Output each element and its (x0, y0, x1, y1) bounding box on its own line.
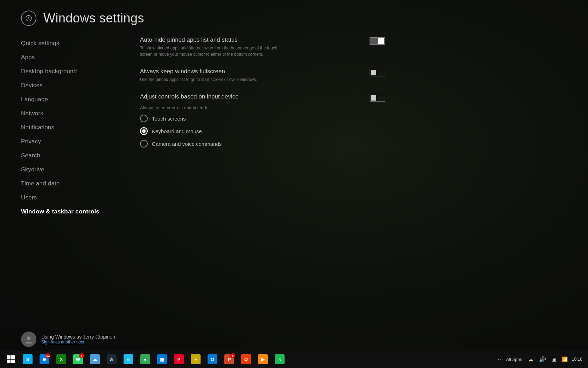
content-area: Quick settingsAppsDesktop backgroundDevi… (0, 33, 588, 368)
autohide-toggle-thumb (378, 38, 384, 44)
back-button[interactable] (21, 11, 36, 26)
all-apps-icon: ⋯ (498, 355, 504, 363)
radio-section: Always used controls optimized for Touch… (140, 105, 385, 148)
sidebar-item-desktop-background[interactable]: Desktop background (21, 64, 119, 79)
sidebar-item-search[interactable]: Search (21, 149, 119, 163)
radio-circle-0 (140, 115, 148, 122)
taskbar-app-powerpoint[interactable]: P5 (221, 351, 237, 367)
network-tray-icon[interactable]: 📶 (560, 355, 569, 363)
cloud-tray-icon[interactable]: ☁ (526, 355, 535, 364)
all-apps-button[interactable]: ⋯ All apps (494, 354, 526, 364)
taskbar-app-icon-14: ▶ (258, 354, 268, 364)
user-section: Using Windows as Jerry Jäppinen Sign in … (21, 332, 115, 347)
taskbar-app-onedrive[interactable]: ☁ (87, 351, 103, 367)
fullscreen-desc: Use the pinned apps list to go to start … (140, 76, 257, 83)
taskbar-app-icon-5: ♨ (107, 354, 117, 364)
radio-item-0[interactable]: Touch screens (140, 115, 385, 122)
taskbar-app-icon-0: S (23, 354, 33, 364)
adjust-controls-title: Adjust controls based on input device (140, 93, 239, 100)
autohide-setting: Auto-hide pinned apps list and status To… (140, 36, 385, 57)
taskbar-app-calendar[interactable]: ▦ (154, 351, 170, 367)
sidebar-item-notifications[interactable]: Notifications (21, 121, 119, 135)
sidebar: Quick settingsAppsDesktop backgroundDevi… (21, 33, 119, 368)
taskbar-app-chrome[interactable]: ● (137, 351, 153, 367)
taskbar-app-office[interactable]: O (238, 351, 254, 367)
sidebar-item-quick-settings[interactable]: Quick settings (21, 36, 119, 50)
avatar (21, 332, 36, 347)
sign-in-link[interactable]: Sign in as another user (41, 340, 115, 345)
volume-tray-icon[interactable]: 🔊 (538, 355, 547, 364)
taskbar-app-icon-10: ♠ (191, 354, 201, 364)
radio-item-1[interactable]: Keyboard and mouse (140, 127, 385, 135)
taskbar-time: 10:18 (572, 356, 582, 362)
taskbar-app-icon-7: ● (140, 354, 150, 364)
fullscreen-toggle-thumb (371, 70, 376, 75)
autohide-desc: To show pinned apps and status, swipe fr… (140, 45, 287, 57)
taskbar: S⊞12XW5☁♨e●▦P♠OP5O▶♫ ⋯ All apps ☁ 🔊 ▣ 📶 … (0, 350, 588, 368)
radio-circle-2 (140, 140, 148, 148)
time-display: 10:18 (572, 356, 582, 362)
sidebar-item-apps[interactable]: Apps (21, 50, 119, 64)
taskbar-app-windows-store[interactable]: ⊞12 (36, 351, 52, 367)
taskbar-app-solitaire[interactable]: ♠ (188, 351, 204, 367)
radio-label-0: Touch screens (152, 116, 186, 122)
autohide-toggle[interactable] (370, 37, 385, 45)
app-badge-1: 12 (46, 353, 50, 358)
adjust-controls-toggle-thumb (371, 95, 376, 101)
start-button[interactable] (3, 351, 19, 367)
taskbar-app-icon-2: X (56, 354, 66, 364)
main-panel: Auto-hide pinned apps list and status To… (140, 33, 385, 368)
user-name: Using Windows as Jerry Jäppinen (41, 334, 115, 340)
sidebar-item-time-and-date[interactable]: Time and date (21, 177, 119, 191)
taskbar-app-skype[interactable]: S (20, 351, 36, 367)
sidebar-item-users[interactable]: Users (21, 191, 119, 205)
fullscreen-toggle[interactable] (370, 69, 385, 76)
fullscreen-setting: Always keep windows fullscreen Use the p… (140, 68, 385, 83)
taskbar-app-whatsapp[interactable]: W5 (70, 351, 86, 367)
taskbar-app-steam[interactable]: ♨ (104, 351, 120, 367)
fullscreen-title: Always keep windows fullscreen (140, 68, 257, 75)
taskbar-app-icon-15: ♫ (275, 354, 285, 364)
taskbar-right: ☁ 🔊 ▣ 📶 10:18 (526, 355, 585, 364)
taskbar-app-icon-4: ☁ (90, 354, 100, 364)
adjust-controls-toggle[interactable] (370, 94, 385, 102)
sidebar-item-skydrive[interactable]: Skydrive (21, 163, 119, 177)
all-apps-label: All apps (506, 357, 522, 362)
display-tray-icon[interactable]: ▣ (550, 355, 558, 363)
taskbar-app-internet-explorer[interactable]: e (120, 351, 136, 367)
taskbar-app-xbox[interactable]: X (53, 351, 69, 367)
taskbar-app-spotify[interactable]: ♫ (272, 351, 288, 367)
taskbar-app-icon-11: O (208, 354, 217, 364)
taskbar-app-icon-9: P (174, 354, 184, 364)
svg-point-1 (27, 336, 30, 340)
taskbar-app-icon-8: ▦ (157, 354, 167, 364)
app-badge-12: 5 (230, 353, 235, 358)
radio-section-label: Always used controls optimized for (140, 105, 385, 110)
svg-point-0 (26, 15, 31, 21)
sidebar-item-devices[interactable]: Devices (21, 79, 119, 93)
radio-label-2: Camera and voice commands (152, 141, 222, 147)
taskbar-app-pinterest[interactable]: P (171, 351, 187, 367)
radio-circle-1 (140, 127, 148, 135)
taskbar-app-outlook[interactable]: O (204, 351, 220, 367)
radio-label-1: Keyboard and mouse (152, 128, 202, 134)
autohide-title: Auto-hide pinned apps list and status (140, 36, 287, 43)
sidebar-item-window-&-taskbar-controls[interactable]: Window & taskbar controls (21, 205, 119, 219)
page-title: Windows settings (43, 11, 144, 26)
header: Windows settings (0, 0, 588, 33)
taskbar-app-vlc[interactable]: ▶ (255, 351, 271, 367)
sidebar-item-network[interactable]: Network (21, 107, 119, 121)
taskbar-app-icon-13: O (241, 354, 251, 364)
sidebar-item-language[interactable]: Language (21, 93, 119, 107)
sidebar-item-privacy[interactable]: Privacy (21, 135, 119, 149)
taskbar-app-icon-6: e (124, 354, 133, 364)
taskbar-apps: S⊞12XW5☁♨e●▦P♠OP5O▶♫ (20, 351, 288, 367)
radio-item-2[interactable]: Camera and voice commands (140, 140, 385, 148)
adjust-controls-setting: Adjust controls based on input device Al… (140, 93, 385, 148)
user-info: Using Windows as Jerry Jäppinen Sign in … (41, 334, 115, 345)
app-badge-3: 5 (79, 353, 84, 358)
